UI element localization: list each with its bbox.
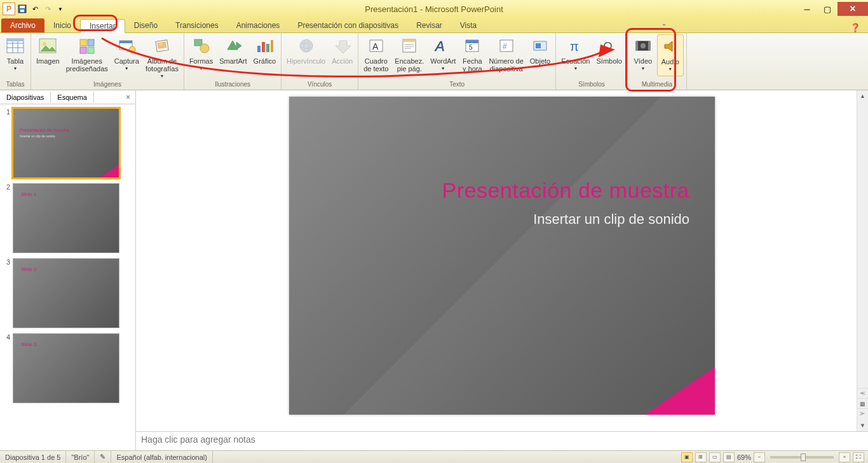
app-icon[interactable]: P (3, 3, 15, 15)
svg-rect-26 (262, 42, 265, 52)
smartart-button[interactable]: SmartArt (217, 34, 249, 75)
ribbon: Tabla▼ Tablas Imagen Imágenes prediseñad… (0, 33, 868, 90)
fecha-label: Fecha y hora (463, 57, 482, 73)
svg-point-53 (641, 43, 646, 48)
status-slide-count: Diapositiva 1 de 5 (0, 451, 66, 463)
thumbnails-list: 1 Presentación de muestra Insertar un cl… (0, 104, 135, 450)
tab-diapositivas[interactable]: Diapositivas (0, 92, 51, 103)
thumbnail-1[interactable]: Presentación de muestra Insertar un clip… (13, 108, 119, 178)
svg-rect-27 (266, 44, 269, 52)
clipart-button[interactable]: Imágenes prediseñadas (64, 34, 111, 75)
svg-rect-28 (271, 40, 273, 52)
svg-rect-51 (636, 41, 638, 50)
ecuacion-label: Ecuación (561, 57, 590, 65)
next-slide-icon[interactable]: ⪼ (857, 408, 868, 418)
formas-button[interactable]: Formas▼ (187, 34, 215, 75)
imagen-button[interactable]: Imagen (34, 34, 62, 75)
group-tablas-label: Tablas (6, 81, 25, 90)
numero-label: Número de diapositiva (489, 57, 523, 73)
tab-vista[interactable]: Vista (451, 18, 485, 32)
save-icon[interactable] (17, 3, 28, 15)
accion-label: Acción (332, 57, 353, 65)
workspace: Diapositivas Esquema × 1 Presentación de… (0, 90, 868, 450)
numero-button[interactable]: #Número de diapositiva (486, 34, 526, 75)
screenshot-icon (116, 36, 137, 56)
view-slideshow-icon[interactable]: ▤ (723, 452, 735, 462)
grafico-button[interactable]: Gráfico (251, 34, 278, 75)
wordart-button[interactable]: AWordArt▼ (428, 34, 458, 75)
prev-slide-icon[interactable]: ⪻ (857, 388, 868, 398)
tabla-label: Tabla (7, 57, 24, 65)
svg-rect-36 (403, 39, 416, 42)
tab-inicio[interactable]: Inicio (44, 18, 80, 32)
help-icon[interactable]: ❓ (848, 23, 863, 32)
action-icon (332, 36, 353, 56)
thumbnail-close-icon[interactable]: × (121, 93, 135, 102)
svg-rect-42 (466, 40, 478, 43)
slide-title[interactable]: Presentación de muestra (442, 178, 689, 203)
fit-window-icon[interactable]: ⛶ (853, 452, 864, 462)
tab-file[interactable]: Archivo (1, 18, 44, 32)
slide-canvas[interactable]: Presentación de muestra Insertar un clip… (136, 90, 868, 431)
maximize-button[interactable]: ▢ (817, 2, 837, 16)
objeto-button[interactable]: Objeto (527, 34, 553, 75)
textbox-icon: A (366, 36, 386, 56)
thumb-label: Slide 1 (21, 191, 36, 197)
status-language[interactable]: Español (alfab. internacional) (111, 451, 212, 463)
thumbnail-2[interactable]: Slide 1 (13, 183, 119, 253)
scroll-down-icon[interactable]: ▼ (857, 420, 868, 431)
editor-area: Presentación de muestra Insertar un clip… (136, 90, 868, 450)
audio-button[interactable]: Audio▼ (657, 34, 684, 76)
zoom-out-icon[interactable]: − (754, 452, 765, 462)
slide-subtitle[interactable]: Insertar un clip de sonido (533, 211, 689, 228)
minimize-button[interactable]: ─ (797, 2, 817, 16)
thumb-row: 3 Slide 2 (3, 258, 133, 328)
view-reading-icon[interactable]: ▭ (709, 452, 721, 462)
picture-icon (37, 36, 58, 56)
tab-presentacion[interactable]: Presentación con diapositivas (288, 18, 407, 32)
qat-dropdown-icon[interactable]: ▼ (55, 3, 66, 15)
date-icon: 5 (462, 36, 482, 56)
tab-transiciones[interactable]: Transiciones (166, 18, 227, 32)
group-vinculos: Hipervínculo Acción Vínculos (281, 33, 358, 90)
tab-diseno[interactable]: Diseño (125, 18, 166, 32)
zoom-in-icon[interactable]: + (839, 452, 850, 462)
vertical-scrollbar[interactable]: ▲ ⪻ ▦ ⪼ ▼ (857, 90, 868, 431)
ecuacion-button[interactable]: πEcuación▼ (559, 34, 592, 75)
zoom-level: 69% (737, 453, 751, 461)
video-button[interactable]: Vídeo▼ (630, 34, 656, 75)
header-footer-icon (399, 36, 419, 56)
undo-icon[interactable]: ↶ (29, 3, 41, 15)
fecha-button[interactable]: 5Fecha y hora (459, 34, 485, 75)
svg-point-22 (200, 44, 209, 53)
tab-insertar[interactable]: Insertar (80, 19, 125, 33)
cuadro-texto-button[interactable]: ACuadro de texto (361, 34, 391, 75)
tabla-button[interactable]: Tabla▼ (3, 34, 28, 75)
view-normal-icon[interactable]: ▣ (681, 452, 693, 462)
close-button[interactable]: × (837, 2, 868, 16)
simbolo-button[interactable]: ΩSímbolo (593, 34, 624, 75)
imagen-label: Imagen (36, 57, 60, 65)
notes-pane[interactable]: Haga clic para agregar notas (136, 431, 868, 450)
view-sorter-icon[interactable]: ⊞ (695, 452, 707, 462)
redo-icon[interactable]: ↷ (42, 3, 53, 15)
thumbnail-3[interactable]: Slide 2 (13, 258, 119, 328)
formas-label: Formas (189, 57, 213, 65)
zoom-slider[interactable] (770, 456, 834, 459)
tab-esquema[interactable]: Esquema (51, 92, 93, 103)
thumb-number: 3 (3, 258, 10, 328)
thumbnail-4[interactable]: Slide 3 (13, 333, 119, 403)
title-bar: P ↶ ↷ ▼ Presentación1 - Microsoft PowerP… (0, 0, 868, 18)
captura-button[interactable]: Captura▼ (112, 34, 142, 75)
status-spellcheck-icon[interactable]: ✎ (95, 451, 111, 463)
ribbon-minimize-icon[interactable]: ˇ (660, 23, 668, 32)
album-button[interactable]: Álbum de fotografías▼ (143, 34, 181, 75)
tab-revisar[interactable]: Revisar (407, 18, 451, 32)
svg-text:#: # (503, 42, 507, 51)
nav-menu-icon[interactable]: ▦ (857, 398, 868, 408)
main-slide[interactable]: Presentación de muestra Insertar un clip… (289, 97, 715, 415)
scroll-up-icon[interactable]: ▲ (857, 90, 868, 102)
encabez-button[interactable]: Encabez. pie pág. (392, 34, 426, 75)
tab-animaciones[interactable]: Animaciones (227, 18, 289, 32)
symbol-icon: Ω (599, 36, 620, 56)
